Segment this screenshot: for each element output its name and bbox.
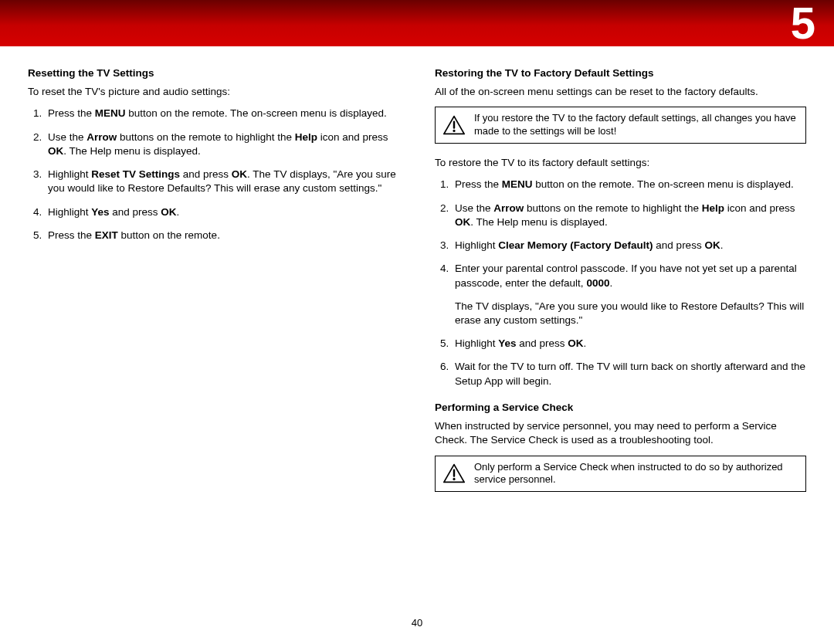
warning-callout: Only perform a Service Check when instru… (435, 456, 806, 493)
header-bar: 5 (0, 0, 834, 46)
list-item: Wait for the TV to turn off. The TV will… (452, 360, 806, 388)
left-title: Resetting the TV Settings (28, 66, 399, 80)
right-column: Restoring the TV to Factory Default Sett… (435, 66, 806, 504)
svg-point-2 (453, 130, 455, 132)
warning-callout: If you restore the TV to the factory def… (435, 107, 806, 144)
warning-icon (443, 115, 465, 135)
list-item: Use the Arrow buttons on the remote to h… (45, 130, 399, 158)
list-item: Use the Arrow buttons on the remote to h… (452, 202, 806, 229)
page-body: Resetting the TV Settings To reset the T… (0, 46, 834, 504)
warning-text: If you restore the TV to the factory def… (474, 112, 798, 138)
left-column: Resetting the TV Settings To reset the T… (28, 66, 399, 504)
right-steps: Press the MENU button on the remote. The… (435, 178, 806, 388)
list-item: Highlight Reset TV Settings and press OK… (45, 168, 399, 195)
warning-text: Only perform a Service Check when instru… (474, 461, 798, 487)
list-item: Press the EXIT button on the remote. (45, 229, 399, 242)
service-intro: When instructed by service personnel, yo… (435, 419, 806, 447)
list-item: Press the MENU button on the remote. The… (452, 178, 806, 192)
right-title: Restoring the TV to Factory Default Sett… (435, 66, 806, 80)
chapter-number: 5 (791, 0, 815, 49)
warning-icon (443, 463, 465, 483)
right-intro: All of the on-screen menu settings can b… (435, 85, 806, 99)
list-item: Highlight Clear Memory (Factory Default)… (452, 239, 806, 253)
right-intro2: To restore the TV to its factory default… (435, 156, 806, 170)
page-number: 40 (0, 617, 834, 629)
left-intro: To reset the TV's picture and audio sett… (28, 85, 399, 99)
list-item: Highlight Yes and press OK. (452, 337, 806, 351)
list-item: Highlight Yes and press OK. (45, 205, 399, 219)
left-steps: Press the MENU button on the remote. The… (28, 107, 399, 242)
service-title: Performing a Service Check (435, 401, 806, 415)
svg-point-5 (453, 478, 455, 480)
list-item: Enter your parental control passcode. If… (452, 262, 806, 327)
list-item: Press the MENU button on the remote. The… (45, 107, 399, 120)
